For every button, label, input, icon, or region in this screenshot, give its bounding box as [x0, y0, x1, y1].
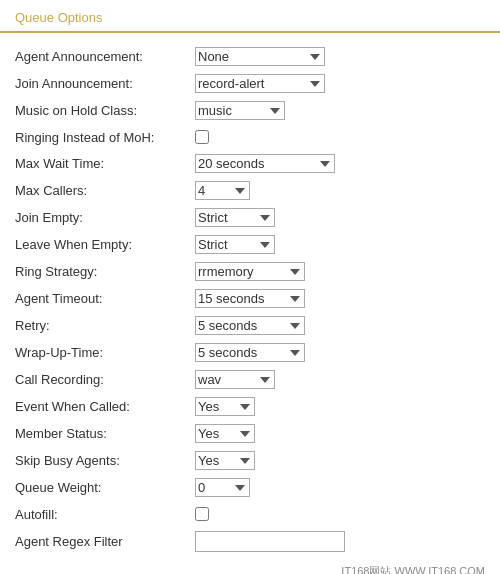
select-max-wait-time[interactable]: 20 seconds30 seconds60 secondsUnlimited	[195, 154, 335, 173]
select-retry[interactable]: 5 seconds10 seconds15 seconds20 seconds	[195, 316, 305, 335]
control-skip-busy-agents: YesNo	[195, 451, 255, 470]
label-join-empty: Join Empty:	[15, 210, 195, 225]
control-event-when-called: YesNo	[195, 397, 255, 416]
form-row: Autofill:	[15, 501, 485, 527]
form-row: Call Recording:wavwav49gsmNo	[15, 366, 485, 393]
label-call-recording: Call Recording:	[15, 372, 195, 387]
select-join-announcement[interactable]: Nonerecord-alertmusic	[195, 74, 325, 93]
control-autofill	[195, 507, 209, 521]
form-row: Ringing Instead of MoH:	[15, 124, 485, 150]
label-agent-regex-filter: Agent Regex Filter	[15, 534, 195, 549]
section-title: Queue Options	[15, 10, 102, 25]
control-join-empty: StrictYesNo	[195, 208, 275, 227]
form-row: Music on Hold Class:musicdefaultnone	[15, 97, 485, 124]
form-row: Ring Strategy:rrmemoryringallleastrecent…	[15, 258, 485, 285]
control-call-recording: wavwav49gsmNo	[195, 370, 275, 389]
control-queue-weight: 012345	[195, 478, 250, 497]
form-row: Agent Announcement:Nonerecord-alertmusic	[15, 43, 485, 70]
select-queue-weight[interactable]: 012345	[195, 478, 250, 497]
form-row: Wrap-Up-Time:5 seconds10 seconds15 secon…	[15, 339, 485, 366]
control-max-callers: 4510Unlimited	[195, 181, 250, 200]
control-member-status: YesNo	[195, 424, 255, 443]
checkbox-autofill[interactable]	[195, 507, 209, 521]
form-row: Leave When Empty:StrictYesNo	[15, 231, 485, 258]
control-join-announcement: Nonerecord-alertmusic	[195, 74, 325, 93]
select-wrap-up-time[interactable]: 5 seconds10 seconds15 seconds20 seconds	[195, 343, 305, 362]
footer-note: IT168网站 WWW.IT168.COM	[0, 556, 500, 574]
select-agent-timeout[interactable]: 15 seconds10 seconds20 seconds30 seconds	[195, 289, 305, 308]
label-leave-when-empty: Leave When Empty:	[15, 237, 195, 252]
label-agent-timeout: Agent Timeout:	[15, 291, 195, 306]
control-wrap-up-time: 5 seconds10 seconds15 seconds20 seconds	[195, 343, 305, 362]
form-row: Max Callers:4510Unlimited	[15, 177, 485, 204]
page-container: Queue Options Agent Announcement:Nonerec…	[0, 0, 500, 574]
label-ringing-instead: Ringing Instead of MoH:	[15, 130, 195, 145]
form-row: Queue Weight:012345	[15, 474, 485, 501]
control-agent-timeout: 15 seconds10 seconds20 seconds30 seconds	[195, 289, 305, 308]
select-skip-busy-agents[interactable]: YesNo	[195, 451, 255, 470]
form-row: Event When Called:YesNo	[15, 393, 485, 420]
label-event-when-called: Event When Called:	[15, 399, 195, 414]
control-retry: 5 seconds10 seconds15 seconds20 seconds	[195, 316, 305, 335]
form-row: Join Announcement:Nonerecord-alertmusic	[15, 70, 485, 97]
control-music-on-hold: musicdefaultnone	[195, 101, 285, 120]
select-join-empty[interactable]: StrictYesNo	[195, 208, 275, 227]
form-row: Join Empty:StrictYesNo	[15, 204, 485, 231]
label-ring-strategy: Ring Strategy:	[15, 264, 195, 279]
form-body: Agent Announcement:Nonerecord-alertmusic…	[0, 43, 500, 556]
checkbox-ringing-instead[interactable]	[195, 130, 209, 144]
select-music-on-hold[interactable]: musicdefaultnone	[195, 101, 285, 120]
label-max-wait-time: Max Wait Time:	[15, 156, 195, 171]
label-wrap-up-time: Wrap-Up-Time:	[15, 345, 195, 360]
label-agent-announcement: Agent Announcement:	[15, 49, 195, 64]
control-agent-announcement: Nonerecord-alertmusic	[195, 47, 325, 66]
select-agent-announcement[interactable]: Nonerecord-alertmusic	[195, 47, 325, 66]
select-leave-when-empty[interactable]: StrictYesNo	[195, 235, 275, 254]
form-row: Skip Busy Agents:YesNo	[15, 447, 485, 474]
select-member-status[interactable]: YesNo	[195, 424, 255, 443]
select-event-when-called[interactable]: YesNo	[195, 397, 255, 416]
control-ringing-instead	[195, 130, 209, 144]
select-ring-strategy[interactable]: rrmemoryringallleastrecentrandom	[195, 262, 305, 281]
label-join-announcement: Join Announcement:	[15, 76, 195, 91]
label-member-status: Member Status:	[15, 426, 195, 441]
form-row: Agent Regex Filter	[15, 527, 485, 556]
form-row: Member Status:YesNo	[15, 420, 485, 447]
label-music-on-hold: Music on Hold Class:	[15, 103, 195, 118]
control-max-wait-time: 20 seconds30 seconds60 secondsUnlimited	[195, 154, 335, 173]
label-skip-busy-agents: Skip Busy Agents:	[15, 453, 195, 468]
label-max-callers: Max Callers:	[15, 183, 195, 198]
select-max-callers[interactable]: 4510Unlimited	[195, 181, 250, 200]
form-row: Agent Timeout:15 seconds10 seconds20 sec…	[15, 285, 485, 312]
form-row: Max Wait Time:20 seconds30 seconds60 sec…	[15, 150, 485, 177]
control-ring-strategy: rrmemoryringallleastrecentrandom	[195, 262, 305, 281]
input-agent-regex-filter[interactable]	[195, 531, 345, 552]
section-header: Queue Options	[0, 0, 500, 33]
form-row: Retry:5 seconds10 seconds15 seconds20 se…	[15, 312, 485, 339]
select-call-recording[interactable]: wavwav49gsmNo	[195, 370, 275, 389]
control-leave-when-empty: StrictYesNo	[195, 235, 275, 254]
label-autofill: Autofill:	[15, 507, 195, 522]
label-retry: Retry:	[15, 318, 195, 333]
control-agent-regex-filter	[195, 531, 345, 552]
label-queue-weight: Queue Weight:	[15, 480, 195, 495]
